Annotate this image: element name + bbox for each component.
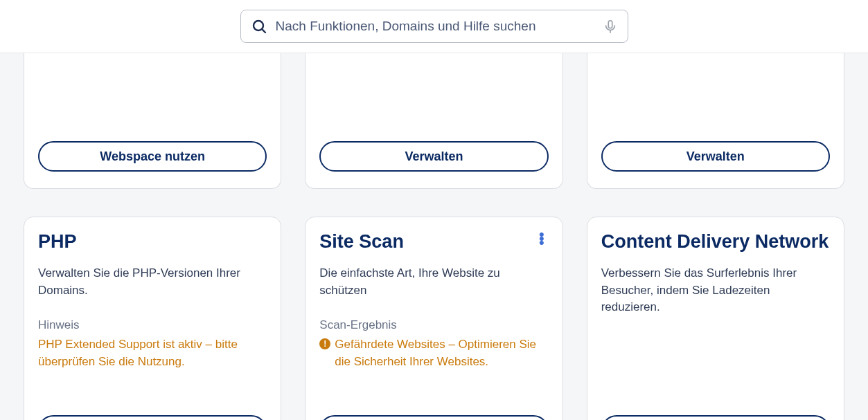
card-title-cdn: Content Delivery Network [601,231,829,253]
card-title-php: PHP [38,231,77,253]
card-row-bottom: PHP Verwalten Sie die PHP-Versionen Ihre… [24,217,844,420]
microphone-icon[interactable] [603,19,618,34]
manage-button-top-2[interactable]: Verwalten [319,141,548,172]
card-desc-sitescan: Die einfachste Art, Ihre Website zu schü… [319,265,548,299]
sitescan-manage-button[interactable]: Verwalten [319,415,548,420]
search-input[interactable] [276,19,594,34]
webspace-button[interactable]: Webspace nutzen [38,141,267,172]
php-note: PHP Extended Support ist aktiv – bitte ü… [38,336,267,370]
dashboard-content: Webspace nutzen Verwalten Verwalten PHP … [0,53,868,420]
php-note-text: PHP Extended Support ist aktiv – bitte ü… [38,336,267,370]
alert-icon: ! [319,338,330,349]
svg-line-1 [262,29,265,33]
card-desc-cdn: Verbessern Sie das Surferlebnis Ihrer Be… [601,265,830,316]
card-sitescan: Site Scan ••• Die einfachste Art, Ihre W… [305,217,563,420]
sitescan-result-text: Gefährdete Websites – Optimieren Sie die… [335,336,548,370]
search-bar[interactable] [240,10,628,43]
card-cdn: Content Delivery Network Verbessern Sie … [587,217,844,420]
svg-rect-2 [608,21,612,28]
search-icon [251,18,267,35]
manage-button-top-3[interactable]: Verwalten [601,141,830,172]
sitescan-result-label: Scan-Ergebnis [319,318,548,332]
card-top-3: Verwalten [587,53,844,189]
php-note-label: Hinweis [38,318,267,332]
card-php: PHP Verwalten Sie die PHP-Versionen Ihre… [24,217,281,420]
cdn-open-button[interactable]: CDN Übersicht öffnen [601,415,830,420]
card-desc-php: Verwalten Sie die PHP-Versionen Ihrer Do… [38,265,267,299]
card-top-2: Verwalten [305,53,563,189]
sitescan-result: ! Gefährdete Websites – Optimieren Sie d… [319,336,548,370]
card-webspace: Webspace nutzen [24,53,281,189]
kebab-menu-icon[interactable]: ••• [535,231,549,246]
search-bar-container [0,0,868,53]
card-title-sitescan: Site Scan [319,231,404,253]
card-row-top: Webspace nutzen Verwalten Verwalten [24,53,844,189]
php-manage-button[interactable]: Verwalten [38,415,267,420]
